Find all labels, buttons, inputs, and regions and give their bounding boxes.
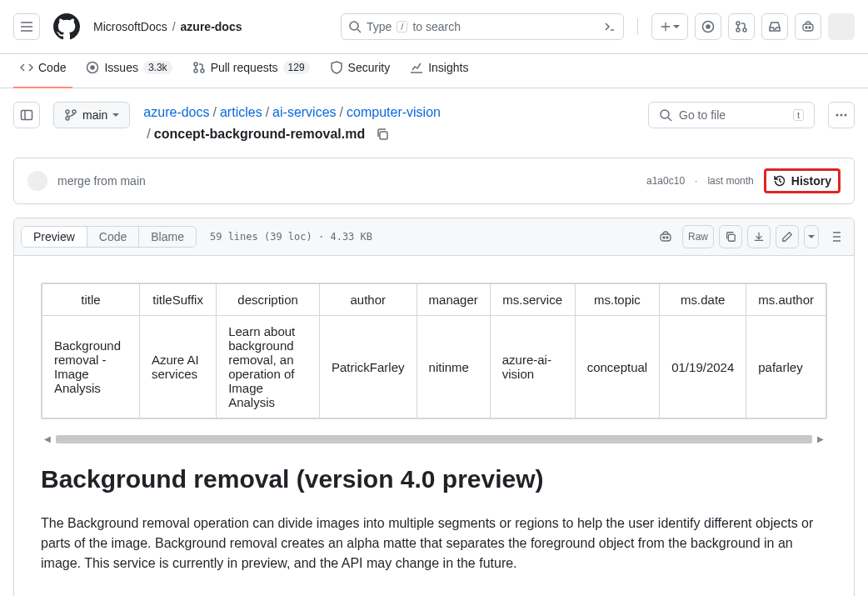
td-description: Learn about background removal, an opera… [217, 316, 320, 418]
scroll-left-icon: ◀ [44, 434, 51, 443]
th-service: ms.service [490, 284, 575, 316]
latest-commit-bar: merge from main a1a0c10 · last month His… [13, 158, 855, 204]
add-dropdown-button[interactable] [651, 13, 688, 40]
list-icon [829, 230, 842, 243]
file-breadcrumb: azure-docs/articles/ai-services/computer… [143, 102, 635, 144]
tab-pull-requests[interactable]: Pull requests 129 [186, 54, 317, 88]
history-highlight-annotation: History [764, 168, 841, 193]
branch-name: main [82, 108, 107, 122]
goto-key-hint: t [793, 109, 804, 121]
svg-point-0 [350, 22, 358, 30]
tab-code[interactable]: Code [13, 54, 72, 88]
svg-point-24 [663, 237, 665, 238]
td-service: azure-ai-vision [490, 316, 575, 418]
scroll-track[interactable] [56, 435, 812, 443]
shield-icon [330, 61, 343, 74]
commit-date: last month [707, 175, 753, 187]
github-logo-icon[interactable] [53, 13, 80, 40]
edit-dropdown-button[interactable] [804, 225, 819, 248]
edit-button[interactable] [776, 225, 799, 248]
svg-point-22 [845, 114, 847, 117]
issues-count: 3.3k [143, 61, 172, 74]
history-button[interactable]: History [766, 171, 838, 191]
copy-path-icon[interactable] [376, 128, 389, 141]
svg-point-11 [194, 63, 197, 66]
crumb-file: concept-background-removal.md [154, 127, 365, 141]
th-title: title [42, 284, 140, 316]
pull-requests-button[interactable] [728, 13, 755, 40]
copilot-icon [801, 20, 815, 33]
hamburger-icon [20, 20, 33, 33]
tab-preview[interactable]: Preview [22, 227, 87, 247]
svg-point-15 [66, 110, 69, 113]
kebab-icon [835, 108, 848, 122]
caret-down-icon [808, 233, 815, 240]
tab-insights[interactable]: Insights [403, 54, 475, 88]
svg-point-19 [661, 110, 669, 118]
crumb-root[interactable]: azure-docs [143, 105, 209, 119]
search-input[interactable]: Type / to search [341, 13, 624, 40]
svg-point-10 [91, 66, 94, 69]
side-panel-toggle[interactable] [13, 102, 40, 128]
svg-point-12 [194, 69, 197, 73]
td-date: 01/19/2024 [660, 316, 746, 418]
repo-link[interactable]: azure-docs [181, 20, 242, 33]
branch-select-button[interactable]: main [53, 102, 130, 128]
plus-icon [660, 21, 671, 33]
copy-button[interactable] [719, 225, 742, 248]
goto-file-input[interactable]: Go to file t [648, 102, 815, 128]
pull-request-icon [735, 20, 748, 33]
th-description: description [217, 284, 320, 316]
branch-icon [64, 108, 77, 122]
horizontal-scrollbar[interactable]: ◀ ▶ [41, 433, 827, 445]
goto-placeholder: Go to file [679, 108, 726, 122]
hamburger-menu-button[interactable] [13, 13, 40, 40]
svg-point-17 [72, 110, 76, 113]
commit-sha[interactable]: a1a0c10 [646, 175, 685, 187]
svg-point-3 [736, 22, 740, 25]
raw-button[interactable]: Raw [682, 225, 714, 248]
crumb-ai-services[interactable]: ai-services [272, 105, 336, 119]
tab-security[interactable]: Security [323, 54, 397, 88]
svg-point-4 [736, 28, 740, 32]
td-author: PatrickFarley [320, 316, 417, 418]
file-view: Preview Code Blame 59 lines (39 loc) · 4… [13, 218, 855, 596]
issue-icon [701, 20, 715, 33]
crumb-computer-vision[interactable]: computer-vision [347, 105, 441, 119]
issues-button[interactable] [695, 13, 721, 40]
owner-link[interactable]: MicrosoftDocs [93, 20, 167, 33]
outline-button[interactable] [824, 225, 847, 248]
commit-author-avatar[interactable] [27, 171, 47, 191]
code-icon [20, 61, 33, 74]
tab-code-view[interactable]: Code [87, 227, 139, 247]
commit-message[interactable]: merge from main [57, 174, 636, 188]
user-avatar[interactable] [828, 13, 855, 40]
doc-heading: Background removal (version 4.0 preview) [41, 465, 827, 500]
svg-rect-18 [380, 132, 387, 139]
history-icon [773, 174, 786, 188]
svg-rect-23 [661, 234, 671, 241]
more-actions-button[interactable] [828, 102, 855, 128]
breadcrumb-separator: / [172, 20, 176, 33]
copy-icon [725, 231, 736, 243]
search-key-hint: / [397, 21, 407, 33]
tab-pulls-label: Pull requests [211, 61, 278, 74]
download-icon [753, 231, 765, 243]
download-button[interactable] [747, 225, 771, 248]
side-panel-icon [20, 108, 33, 122]
notifications-button[interactable] [761, 13, 788, 40]
td-msauthor: pafarley [746, 316, 826, 418]
tab-blame[interactable]: Blame [139, 227, 196, 247]
crumb-articles[interactable]: articles [220, 105, 262, 119]
caret-down-icon [112, 112, 119, 118]
svg-point-8 [809, 27, 811, 28]
tab-issues[interactable]: Issues 3.3k [79, 54, 178, 88]
copilot-button[interactable] [795, 13, 821, 40]
svg-rect-26 [728, 235, 735, 242]
file-path-row: main azure-docs/articles/ai-services/com… [13, 102, 855, 144]
frontmatter-table-wrap[interactable]: title titleSuffix description author man… [41, 283, 827, 419]
search-icon [659, 108, 672, 122]
copilot-file-button[interactable] [654, 225, 677, 248]
tab-issues-label: Issues [104, 61, 137, 74]
header-actions [651, 13, 855, 40]
